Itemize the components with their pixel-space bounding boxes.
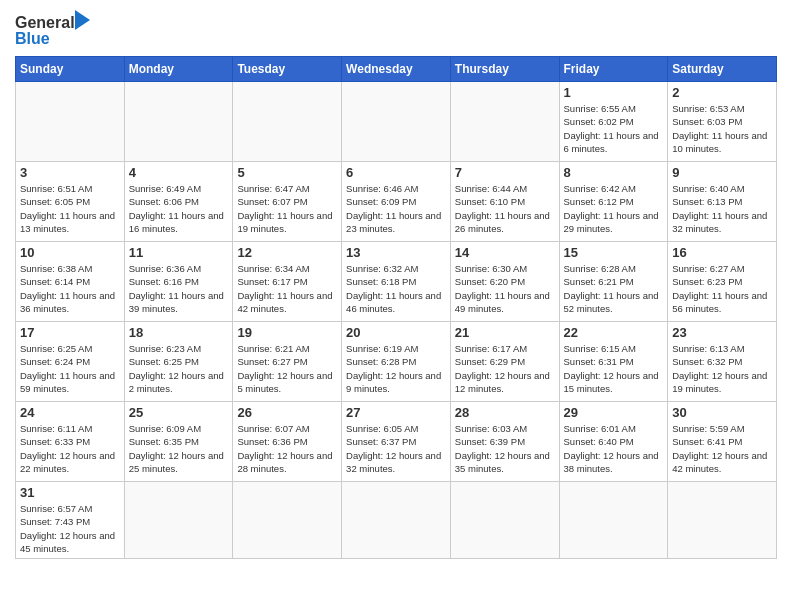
calendar-cell: 14Sunrise: 6:30 AM Sunset: 6:20 PM Dayli… [450, 242, 559, 322]
calendar-cell [668, 482, 777, 559]
calendar-week-row: 1Sunrise: 6:55 AM Sunset: 6:02 PM Daylig… [16, 82, 777, 162]
day-number: 14 [455, 245, 555, 260]
day-info: Sunrise: 5:59 AM Sunset: 6:41 PM Dayligh… [672, 422, 772, 475]
day-info: Sunrise: 6:49 AM Sunset: 6:06 PM Dayligh… [129, 182, 229, 235]
day-info: Sunrise: 6:46 AM Sunset: 6:09 PM Dayligh… [346, 182, 446, 235]
calendar-cell: 31Sunrise: 6:57 AM Sunset: 7:43 PM Dayli… [16, 482, 125, 559]
calendar-cell: 15Sunrise: 6:28 AM Sunset: 6:21 PM Dayli… [559, 242, 668, 322]
page-header: GeneralBlue [15, 10, 777, 50]
col-header-tuesday: Tuesday [233, 57, 342, 82]
day-info: Sunrise: 6:53 AM Sunset: 6:03 PM Dayligh… [672, 102, 772, 155]
day-info: Sunrise: 6:38 AM Sunset: 6:14 PM Dayligh… [20, 262, 120, 315]
calendar-cell: 18Sunrise: 6:23 AM Sunset: 6:25 PM Dayli… [124, 322, 233, 402]
calendar-header-row: SundayMondayTuesdayWednesdayThursdayFrid… [16, 57, 777, 82]
calendar-cell: 6Sunrise: 6:46 AM Sunset: 6:09 PM Daylig… [342, 162, 451, 242]
calendar-cell [450, 482, 559, 559]
calendar-cell: 19Sunrise: 6:21 AM Sunset: 6:27 PM Dayli… [233, 322, 342, 402]
day-number: 12 [237, 245, 337, 260]
day-number: 27 [346, 405, 446, 420]
day-number: 10 [20, 245, 120, 260]
day-info: Sunrise: 6:21 AM Sunset: 6:27 PM Dayligh… [237, 342, 337, 395]
day-info: Sunrise: 6:27 AM Sunset: 6:23 PM Dayligh… [672, 262, 772, 315]
calendar-cell: 7Sunrise: 6:44 AM Sunset: 6:10 PM Daylig… [450, 162, 559, 242]
calendar-week-row: 10Sunrise: 6:38 AM Sunset: 6:14 PM Dayli… [16, 242, 777, 322]
day-number: 11 [129, 245, 229, 260]
calendar-cell: 2Sunrise: 6:53 AM Sunset: 6:03 PM Daylig… [668, 82, 777, 162]
day-info: Sunrise: 6:01 AM Sunset: 6:40 PM Dayligh… [564, 422, 664, 475]
calendar-cell [16, 82, 125, 162]
day-number: 22 [564, 325, 664, 340]
day-info: Sunrise: 6:36 AM Sunset: 6:16 PM Dayligh… [129, 262, 229, 315]
day-number: 18 [129, 325, 229, 340]
logo-area: GeneralBlue [15, 10, 95, 50]
day-number: 16 [672, 245, 772, 260]
svg-marker-2 [75, 10, 90, 30]
calendar-cell: 24Sunrise: 6:11 AM Sunset: 6:33 PM Dayli… [16, 402, 125, 482]
calendar-week-row: 17Sunrise: 6:25 AM Sunset: 6:24 PM Dayli… [16, 322, 777, 402]
day-number: 21 [455, 325, 555, 340]
calendar-cell: 26Sunrise: 6:07 AM Sunset: 6:36 PM Dayli… [233, 402, 342, 482]
calendar-cell: 29Sunrise: 6:01 AM Sunset: 6:40 PM Dayli… [559, 402, 668, 482]
col-header-saturday: Saturday [668, 57, 777, 82]
col-header-friday: Friday [559, 57, 668, 82]
day-info: Sunrise: 6:28 AM Sunset: 6:21 PM Dayligh… [564, 262, 664, 315]
calendar-cell [124, 482, 233, 559]
day-number: 9 [672, 165, 772, 180]
day-info: Sunrise: 6:15 AM Sunset: 6:31 PM Dayligh… [564, 342, 664, 395]
day-number: 23 [672, 325, 772, 340]
calendar-cell: 10Sunrise: 6:38 AM Sunset: 6:14 PM Dayli… [16, 242, 125, 322]
day-info: Sunrise: 6:11 AM Sunset: 6:33 PM Dayligh… [20, 422, 120, 475]
day-number: 17 [20, 325, 120, 340]
day-number: 26 [237, 405, 337, 420]
day-info: Sunrise: 6:44 AM Sunset: 6:10 PM Dayligh… [455, 182, 555, 235]
day-info: Sunrise: 6:07 AM Sunset: 6:36 PM Dayligh… [237, 422, 337, 475]
day-number: 6 [346, 165, 446, 180]
day-info: Sunrise: 6:05 AM Sunset: 6:37 PM Dayligh… [346, 422, 446, 475]
calendar-cell [342, 482, 451, 559]
day-info: Sunrise: 6:23 AM Sunset: 6:25 PM Dayligh… [129, 342, 229, 395]
day-info: Sunrise: 6:34 AM Sunset: 6:17 PM Dayligh… [237, 262, 337, 315]
day-number: 15 [564, 245, 664, 260]
day-number: 2 [672, 85, 772, 100]
calendar-cell: 5Sunrise: 6:47 AM Sunset: 6:07 PM Daylig… [233, 162, 342, 242]
calendar-cell: 30Sunrise: 5:59 AM Sunset: 6:41 PM Dayli… [668, 402, 777, 482]
day-number: 28 [455, 405, 555, 420]
calendar-week-row: 24Sunrise: 6:11 AM Sunset: 6:33 PM Dayli… [16, 402, 777, 482]
day-number: 3 [20, 165, 120, 180]
col-header-monday: Monday [124, 57, 233, 82]
calendar-cell [450, 82, 559, 162]
calendar-cell: 20Sunrise: 6:19 AM Sunset: 6:28 PM Dayli… [342, 322, 451, 402]
day-number: 13 [346, 245, 446, 260]
svg-text:Blue: Blue [15, 30, 50, 47]
generalblue-logo-icon: GeneralBlue [15, 10, 95, 50]
calendar-cell: 13Sunrise: 6:32 AM Sunset: 6:18 PM Dayli… [342, 242, 451, 322]
calendar-cell: 4Sunrise: 6:49 AM Sunset: 6:06 PM Daylig… [124, 162, 233, 242]
calendar-cell: 3Sunrise: 6:51 AM Sunset: 6:05 PM Daylig… [16, 162, 125, 242]
day-info: Sunrise: 6:17 AM Sunset: 6:29 PM Dayligh… [455, 342, 555, 395]
day-info: Sunrise: 6:09 AM Sunset: 6:35 PM Dayligh… [129, 422, 229, 475]
calendar-cell [124, 82, 233, 162]
calendar-cell: 21Sunrise: 6:17 AM Sunset: 6:29 PM Dayli… [450, 322, 559, 402]
day-number: 5 [237, 165, 337, 180]
calendar-cell: 25Sunrise: 6:09 AM Sunset: 6:35 PM Dayli… [124, 402, 233, 482]
day-info: Sunrise: 6:32 AM Sunset: 6:18 PM Dayligh… [346, 262, 446, 315]
calendar-cell: 16Sunrise: 6:27 AM Sunset: 6:23 PM Dayli… [668, 242, 777, 322]
day-info: Sunrise: 6:40 AM Sunset: 6:13 PM Dayligh… [672, 182, 772, 235]
day-number: 7 [455, 165, 555, 180]
calendar-cell: 9Sunrise: 6:40 AM Sunset: 6:13 PM Daylig… [668, 162, 777, 242]
day-info: Sunrise: 6:42 AM Sunset: 6:12 PM Dayligh… [564, 182, 664, 235]
calendar-week-row: 3Sunrise: 6:51 AM Sunset: 6:05 PM Daylig… [16, 162, 777, 242]
calendar-cell: 22Sunrise: 6:15 AM Sunset: 6:31 PM Dayli… [559, 322, 668, 402]
day-number: 19 [237, 325, 337, 340]
day-number: 8 [564, 165, 664, 180]
day-number: 31 [20, 485, 120, 500]
day-info: Sunrise: 6:13 AM Sunset: 6:32 PM Dayligh… [672, 342, 772, 395]
day-info: Sunrise: 6:51 AM Sunset: 6:05 PM Dayligh… [20, 182, 120, 235]
day-number: 25 [129, 405, 229, 420]
calendar-cell: 27Sunrise: 6:05 AM Sunset: 6:37 PM Dayli… [342, 402, 451, 482]
day-number: 24 [20, 405, 120, 420]
day-info: Sunrise: 6:03 AM Sunset: 6:39 PM Dayligh… [455, 422, 555, 475]
day-info: Sunrise: 6:25 AM Sunset: 6:24 PM Dayligh… [20, 342, 120, 395]
day-number: 30 [672, 405, 772, 420]
day-info: Sunrise: 6:47 AM Sunset: 6:07 PM Dayligh… [237, 182, 337, 235]
